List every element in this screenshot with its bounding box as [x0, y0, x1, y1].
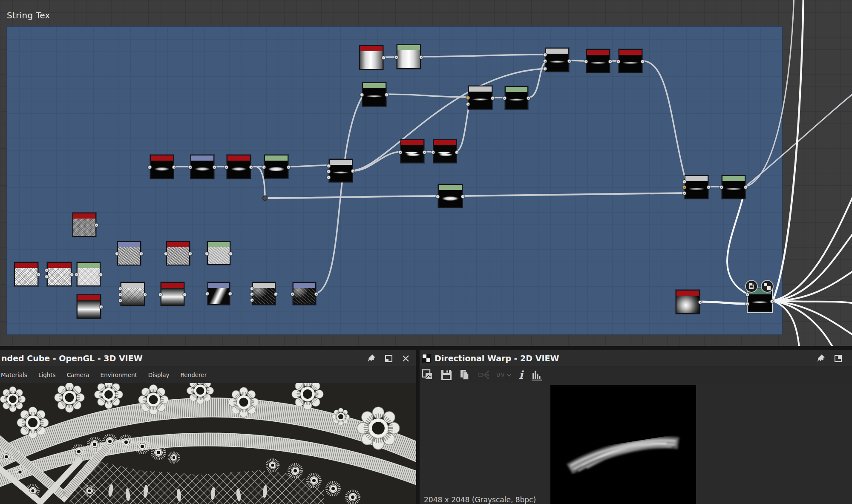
node-input-port[interactable] [431, 150, 435, 154]
node-output-port[interactable] [461, 195, 465, 199]
graph-node-t1[interactable] [14, 262, 38, 286]
node-input-port[interactable] [436, 195, 440, 199]
node-output-port[interactable] [172, 165, 176, 169]
node-output-port[interactable] [274, 292, 278, 296]
node-output-port[interactable] [287, 165, 291, 169]
graph-node-h1[interactable] [676, 290, 700, 314]
graph-node-d5[interactable] [329, 159, 353, 182]
node-input-port[interactable] [250, 287, 254, 291]
node-input-port[interactable] [327, 176, 331, 179]
panel-2d-viewport[interactable]: 2048 x 2048 (Grayscale, 8bpc) [420, 383, 852, 504]
graph-node-a1[interactable] [359, 45, 383, 70]
graph-node-f2[interactable] [722, 175, 746, 199]
node-output-port[interactable] [143, 293, 147, 297]
node-input-port[interactable] [225, 165, 228, 169]
menu-renderer[interactable]: Renderer [181, 370, 207, 380]
panel-3d-viewport[interactable] [0, 383, 416, 504]
node-input-port[interactable] [584, 60, 588, 63]
graph-node-d3[interactable] [227, 155, 251, 179]
graph-node-m5[interactable] [293, 282, 316, 305]
node-output-port[interactable] [183, 293, 187, 297]
node-input-port[interactable] [262, 165, 266, 169]
node-output-port[interactable] [314, 292, 318, 296]
node-output-port[interactable] [213, 165, 216, 169]
node-input-port[interactable] [746, 293, 749, 297]
node-output-port[interactable] [527, 96, 530, 100]
node-output-port[interactable] [608, 60, 612, 63]
node-output-port[interactable] [744, 185, 748, 189]
node-output-port[interactable] [770, 300, 774, 303]
2d-texture-image[interactable] [550, 385, 696, 504]
restore-icon[interactable] [833, 354, 843, 363]
node-input-port[interactable] [188, 165, 192, 169]
graph-node-f1[interactable] [685, 175, 708, 199]
graph-node-e1[interactable] [438, 184, 463, 208]
node-output-port[interactable] [249, 165, 253, 169]
close-icon[interactable] [401, 354, 410, 363]
copy-image-icon[interactable] [421, 369, 434, 381]
node-output-port[interactable] [455, 150, 459, 154]
node-output-port[interactable] [228, 292, 232, 296]
node-input-port[interactable] [327, 164, 331, 168]
node-input-port[interactable] [543, 53, 547, 57]
node-input-port[interactable] [118, 299, 122, 302]
graph-node-b2[interactable] [468, 86, 492, 109]
graph-node-b3[interactable] [505, 86, 528, 109]
graph-node-g1[interactable] [72, 213, 96, 237]
graph-node-a5[interactable] [619, 49, 642, 73]
node-output-port[interactable] [423, 150, 426, 154]
node-input-port[interactable] [45, 275, 49, 279]
menu-lights[interactable]: Lights [38, 370, 56, 380]
node-graph-canvas[interactable]: String Tex [0, 0, 852, 346]
node-input-port[interactable] [291, 292, 294, 296]
graph-node-g3[interactable] [166, 241, 190, 265]
graph-node-m3[interactable] [207, 282, 230, 305]
node-output-port[interactable] [419, 55, 423, 59]
graph-node-t3[interactable] [77, 262, 101, 286]
node-input-port[interactable] [327, 170, 331, 173]
graph-node-b1[interactable] [362, 82, 386, 107]
graph-node-g4[interactable] [207, 241, 230, 265]
node-input-port[interactable] [543, 59, 547, 63]
node-output-port[interactable] [698, 300, 702, 304]
graph-node-a3[interactable] [545, 48, 569, 72]
save-icon[interactable] [440, 369, 453, 381]
node-output-port[interactable] [99, 305, 103, 309]
node-output-port[interactable] [37, 273, 40, 276]
node-input-port[interactable] [205, 292, 209, 296]
node-input-port[interactable] [616, 60, 620, 63]
node-input-port[interactable] [360, 93, 364, 97]
node-input-port[interactable] [398, 150, 402, 154]
node-input-port[interactable] [682, 191, 686, 195]
node-input-port[interactable] [250, 292, 254, 296]
node-input-port[interactable] [720, 185, 723, 189]
panel-divider[interactable] [416, 347, 420, 504]
node-output-port[interactable] [567, 59, 571, 63]
graph-node-d2[interactable] [190, 155, 214, 179]
node-input-port[interactable] [466, 102, 470, 106]
menu-materials[interactable]: Materials [1, 370, 27, 380]
node-output-port[interactable] [641, 60, 645, 63]
graph-node-m2[interactable] [161, 282, 184, 306]
graph-node-a2[interactable] [397, 44, 421, 69]
graph-node-g2[interactable] [117, 241, 141, 265]
node-input-port[interactable] [148, 165, 152, 169]
node-input-port[interactable] [250, 298, 254, 302]
panel-2d-header[interactable]: Directional Warp - 2D VIEW [420, 350, 852, 366]
node-input-port[interactable] [466, 96, 470, 100]
menu-environment[interactable]: Environment [101, 370, 137, 380]
checker-icon[interactable] [761, 280, 774, 293]
node-output-port[interactable] [382, 56, 386, 60]
node-input-port[interactable] [118, 287, 122, 291]
restore-icon[interactable] [384, 354, 393, 363]
node-output-port[interactable] [229, 252, 233, 256]
graph-node-c1[interactable] [400, 139, 424, 163]
node-output-port[interactable] [70, 273, 74, 276]
pin-icon[interactable] [816, 354, 826, 363]
pin-icon[interactable] [367, 354, 376, 363]
node-input-port[interactable] [158, 293, 162, 297]
node-input-port[interactable] [75, 273, 78, 276]
graph-node-d4[interactable] [264, 155, 288, 179]
node-output-port[interactable] [139, 252, 143, 256]
panel-3d-header[interactable]: nded Cube - OpenGL - 3D VIEW [0, 350, 416, 366]
